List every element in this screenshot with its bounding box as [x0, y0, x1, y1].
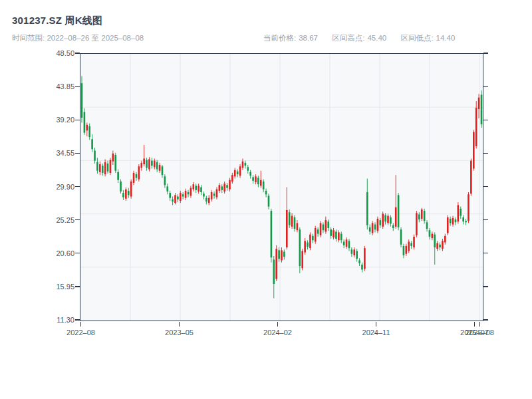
candle-body: [330, 229, 332, 236]
candle-body: [481, 94, 483, 124]
y-tick-label: 11.30: [35, 316, 74, 324]
candle-body: [110, 160, 112, 173]
y-tick-label: 25.25: [35, 216, 74, 224]
candle-body: [351, 249, 353, 253]
candle-body: [223, 184, 225, 192]
candle-body: [429, 230, 431, 237]
candle-body: [379, 220, 381, 225]
y-tick-label: 34.55: [35, 149, 74, 157]
candle-body: [190, 188, 192, 196]
x-tick-mark: [376, 322, 376, 327]
page-title: 301237.SZ 周K线图: [12, 15, 102, 27]
candle-body: [120, 182, 122, 192]
candle-body: [249, 172, 251, 176]
x-tick-mark: [179, 322, 180, 327]
candle-body: [434, 235, 436, 247]
candlestick-plot: [80, 54, 483, 321]
candle-body: [424, 211, 426, 221]
y-tick-label: 48.50: [35, 49, 74, 57]
candle-body: [231, 175, 233, 182]
candle-body: [317, 229, 319, 233]
candle-body: [325, 220, 327, 231]
y-tick-mark: [75, 319, 80, 320]
candle-body: [271, 211, 273, 257]
candle-body: [130, 182, 132, 197]
candle-body: [226, 185, 228, 188]
candle-body: [208, 198, 210, 203]
candle-body: [229, 180, 231, 190]
candle-body: [462, 217, 464, 221]
y-tick-mark: [75, 153, 80, 154]
price-stats-row: 当前价格:38.67 区间高点:45.40 区间低点:14.40: [263, 33, 458, 43]
candle-body: [172, 200, 174, 201]
candle-body: [467, 194, 469, 221]
candle-body: [432, 234, 434, 238]
candle-body: [177, 197, 179, 200]
candle-body: [439, 245, 441, 247]
candle-body: [182, 194, 184, 196]
candle-body: [348, 241, 350, 248]
candle-body: [286, 210, 288, 247]
candle-body: [416, 213, 418, 235]
candle-body: [203, 194, 205, 196]
y-tick-mark: [75, 253, 80, 253]
candle-body: [418, 214, 420, 219]
candle-body: [450, 219, 452, 223]
candle-body: [146, 160, 148, 168]
candle-body: [372, 223, 374, 233]
candle-body: [473, 132, 475, 168]
candle-body: [275, 249, 277, 279]
candle-body: [237, 172, 239, 174]
candle-body: [406, 246, 408, 254]
plot-area: [80, 53, 483, 321]
candle-body: [102, 166, 104, 173]
y-tick-label: 39.20: [35, 116, 74, 124]
candle-body: [268, 196, 270, 206]
candle-body: [257, 178, 259, 184]
y-tick-mark: [483, 86, 488, 87]
candle-body: [398, 195, 400, 227]
candle-body: [88, 126, 90, 137]
candle-body: [91, 139, 93, 149]
range-low-label: 区间低点:: [400, 34, 433, 42]
x-tick-label: 2025–08: [466, 329, 494, 336]
candle-body: [395, 207, 397, 227]
candle-body: [366, 192, 368, 225]
candle-body: [346, 239, 348, 247]
current-price-label: 当前价格:: [263, 34, 296, 42]
candle-body: [364, 248, 366, 269]
y-tick-mark: [483, 319, 488, 320]
candle-body: [198, 186, 200, 192]
candle-body: [413, 237, 415, 247]
candle-body: [475, 108, 477, 146]
range-low-value: 14.40: [436, 34, 456, 42]
candle-body: [104, 162, 106, 174]
candle-body: [125, 190, 127, 199]
y-tick-label: 20.60: [35, 249, 74, 257]
candle-body: [81, 83, 83, 118]
candle-body: [122, 193, 124, 197]
candle-body: [323, 225, 325, 231]
candle-body: [255, 176, 257, 182]
candle-body: [320, 223, 322, 235]
y-tick-mark: [483, 253, 488, 253]
date-range-subtitle: 时间范围: 2022–08–26 至 2025–08–08: [12, 33, 144, 43]
candle-body: [180, 193, 182, 201]
x-tick-mark: [80, 322, 81, 327]
candle-body: [312, 236, 314, 240]
kline-chart-page: 301237.SZ 周K线图 时间范围: 2022–08–26 至 2025–0…: [0, 0, 532, 399]
candle-body: [164, 176, 166, 185]
candle-body: [426, 222, 428, 229]
x-tick-label: 2024–02: [263, 329, 292, 336]
candle-body: [166, 186, 168, 192]
candle-body: [307, 243, 309, 247]
candle-body: [340, 234, 342, 241]
candle-body: [358, 260, 360, 263]
candle-body: [447, 217, 449, 233]
candle-body: [361, 265, 363, 270]
candle-body: [86, 125, 88, 131]
candle-body: [260, 180, 262, 186]
candle-body: [234, 170, 236, 177]
candle-body: [442, 241, 444, 249]
candle-body: [384, 215, 386, 222]
